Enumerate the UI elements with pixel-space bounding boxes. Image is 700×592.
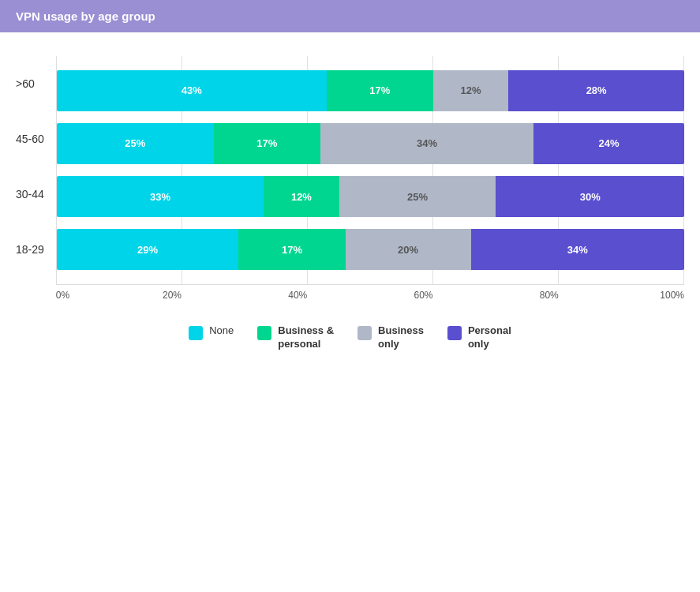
bar-segment-personal_only: 28% [508,70,684,111]
bar-segment-none: 29% [57,229,239,270]
bar-segment-personal_only: 30% [496,176,684,217]
bar-segment-business_only: 20% [346,229,471,270]
x-axis-label: 60% [307,290,432,301]
x-axis-labels: 0%20%40%60%80%100% [56,290,684,301]
legend-label-business_only: Businessonly [378,324,424,351]
legend-color-business_only [357,326,372,340]
legend-item-none: None [189,324,234,340]
bar-segment-none: 33% [57,176,264,217]
legend-color-business_personal [257,326,271,340]
bar-segment-business_only: 12% [433,70,508,111]
legend-color-none [189,326,203,340]
bar-segment-business_personal: 17% [214,123,320,164]
bar-segment-business_personal: 17% [238,229,345,270]
y-axis-label: 45-60 [16,111,44,167]
bar-segment-none: 25% [57,123,214,164]
legend-label-personal_only: Personalonly [468,324,511,351]
x-axis-label: 100% [559,290,684,301]
bars-wrapper: 43%17%12%28%25%17%34%24%33%12%25%30%29%1… [57,56,684,284]
legend: NoneBusiness &personalBusinessonlyPerson… [16,317,684,359]
chart-container: >6045-6030-4418-29 43%17%12%28%25%17%34%… [0,32,700,367]
header: VPN usage by age group [0,0,700,32]
chart-title: VPN usage by age group [16,9,155,23]
y-axis-labels: >6045-6030-4418-29 [16,56,56,301]
chart-inner: 43%17%12%28%25%17%34%24%33%12%25%30%29%1… [56,56,684,301]
legend-label-business_personal: Business &personal [278,324,334,351]
x-axis-label: 80% [433,290,559,301]
y-axis-label: 30-44 [16,167,44,222]
bar-row: 29%17%20%34% [57,229,684,270]
bar-row: 33%12%25%30% [57,176,684,217]
bar-row: 25%17%34%24% [57,123,684,164]
bar-segment-business_personal: 12% [264,176,339,217]
legend-label-none: None [209,324,234,338]
legend-item-business_only: Businessonly [357,324,424,351]
bar-segment-personal_only: 24% [533,123,684,164]
bar-segment-business_only: 34% [320,123,533,164]
x-axis-label: 40% [182,290,307,301]
bar-segment-none: 43% [57,70,327,111]
bar-segment-business_only: 25% [339,176,496,217]
y-axis-label: 18-29 [16,222,44,277]
bar-row: 43%17%12%28% [57,70,684,111]
bar-segment-business_personal: 17% [327,70,433,111]
chart-area: >6045-6030-4418-29 43%17%12%28%25%17%34%… [16,56,684,301]
bar-segment-personal_only: 34% [471,229,684,270]
legend-item-personal_only: Personalonly [447,324,511,351]
legend-item-business_personal: Business &personal [257,324,334,351]
grid-and-bars: 43%17%12%28%25%17%34%24%33%12%25%30%29%1… [56,56,684,285]
legend-color-personal_only [447,326,462,340]
x-axis-label: 20% [56,290,182,301]
y-axis-label: >60 [16,56,44,111]
